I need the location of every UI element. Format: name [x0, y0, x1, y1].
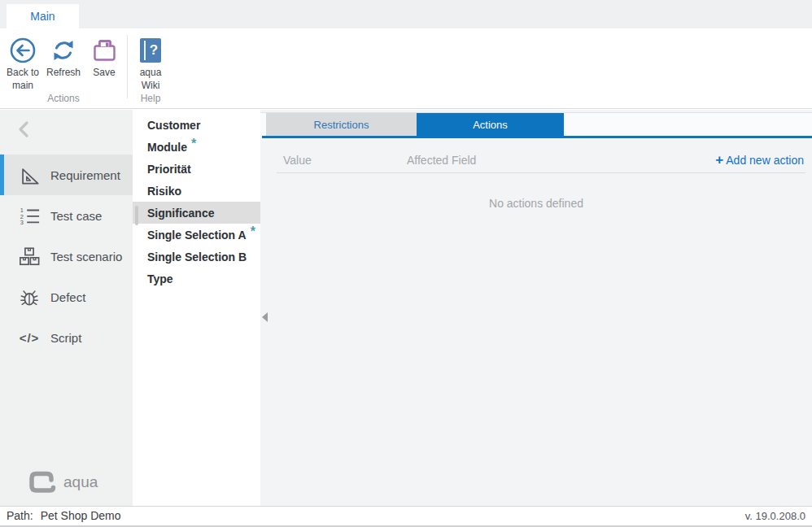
field-item-single-selection-a[interactable]: Single Selection A *: [133, 224, 260, 246]
save-icon: [91, 36, 117, 65]
sidebar-item-label: Test case: [50, 209, 102, 223]
back-icon: [9, 36, 37, 65]
defect-bug-icon: [18, 285, 41, 308]
add-new-action-label: Add new action: [726, 154, 804, 167]
sidebar-item-test-scenario[interactable]: Test scenario: [0, 236, 133, 277]
script-code-icon: </>: [18, 326, 41, 349]
column-header-value: Value: [283, 154, 312, 167]
sidebar-nav: Requirement 1 2 3 Test case: [0, 155, 133, 358]
ribbon-tabstrip: Main: [0, 0, 812, 28]
ribbon-group-label-help: Help: [130, 92, 171, 108]
field-item-prioritaet[interactable]: Priorität: [133, 158, 260, 180]
add-new-action-link[interactable]: +Add new action: [715, 152, 804, 168]
tab-restrictions[interactable]: Restrictions: [266, 113, 417, 137]
sidebar: Requirement 1 2 3 Test case: [0, 110, 133, 506]
field-label: Priorität: [147, 163, 191, 176]
aqua-logo-text: aqua: [63, 473, 98, 491]
plus-icon: +: [715, 152, 723, 168]
sidebar-collapse-button[interactable]: [15, 120, 34, 139]
actions-grid-header: Value Affected Field +Add new action: [260, 152, 812, 172]
field-label: Module: [147, 141, 187, 154]
ribbon: Back to main Refresh: [0, 28, 812, 109]
field-item-module[interactable]: Module *: [133, 136, 260, 158]
path-value: Pet Shop Demo: [41, 509, 121, 522]
save-label: Save: [93, 67, 115, 80]
tab-actions[interactable]: Actions: [417, 113, 564, 137]
version-text: v. 19.0.208.0: [745, 510, 805, 522]
path-label: Path:: [7, 509, 33, 522]
active-tab-underline: [262, 136, 812, 138]
empty-state-text: No actions defined: [260, 197, 812, 210]
field-item-single-selection-b[interactable]: Single Selection B: [133, 246, 260, 268]
required-marker-icon: *: [251, 224, 255, 239]
question-mark-glyph: ?: [146, 38, 161, 63]
field-label: Single Selection B: [147, 250, 247, 264]
field-label: Type: [147, 272, 173, 285]
sidebar-item-test-case[interactable]: 1 2 3 Test case: [0, 195, 133, 236]
back-to-main-button[interactable]: Back to main: [2, 34, 43, 92]
test-scenario-icon: [18, 245, 41, 268]
field-label: Single Selection A: [147, 229, 247, 242]
field-item-significance[interactable]: Significance: [133, 202, 260, 224]
ribbon-separator: [127, 35, 128, 98]
wiki-book-icon: ?: [140, 36, 161, 65]
sidebar-item-label: Script: [50, 331, 81, 345]
body: Requirement 1 2 3 Test case: [0, 110, 812, 506]
sidebar-item-defect[interactable]: Defect: [0, 277, 133, 317]
svg-text:3: 3: [20, 219, 24, 226]
book-spine: [144, 41, 146, 60]
sidebar-item-requirement[interactable]: Requirement: [0, 155, 133, 195]
sidebar-item-label: Defect: [50, 290, 85, 304]
aqua-wiki-button[interactable]: ? aqua Wiki: [130, 34, 171, 92]
field-label: Customer: [147, 119, 200, 132]
sidebar-item-label: Test scenario: [50, 250, 122, 264]
back-to-main-label: Back to main: [2, 67, 43, 92]
field-item-customer[interactable]: Customer: [133, 114, 260, 136]
scrollbar-thumb[interactable]: [135, 206, 138, 225]
field-label: Risiko: [147, 185, 181, 198]
sidebar-item-label: Requirement: [50, 168, 120, 182]
main-panel: Restrictions Actions Value Affected Fiel…: [260, 110, 812, 506]
aqua-logo: aqua: [28, 470, 98, 494]
ribbon-tab-main[interactable]: Main: [7, 4, 79, 28]
requirement-icon: [18, 163, 41, 186]
status-path: Path:Pet Shop Demo: [7, 509, 121, 522]
ribbon-group-label-actions: Actions: [2, 92, 124, 108]
chevron-left-icon: [15, 120, 34, 139]
app-window: Main Back to main: [0, 0, 812, 527]
save-button[interactable]: Save: [84, 34, 124, 92]
field-item-type[interactable]: Type: [133, 268, 260, 290]
field-list: Customer Module * Priorität Risiko Signi…: [133, 110, 260, 506]
refresh-label: Refresh: [46, 67, 81, 80]
status-bar: Path:Pet Shop Demo v. 19.0.208.0: [0, 506, 812, 527]
main-tabbar: Restrictions Actions: [260, 112, 812, 136]
aqua-wiki-label: aqua Wiki: [130, 67, 171, 92]
field-item-risiko[interactable]: Risiko: [133, 180, 260, 202]
sidebar-item-script[interactable]: </> Script: [0, 317, 133, 358]
field-label: Significance: [147, 207, 214, 220]
column-header-affected-field: Affected Field: [407, 154, 476, 167]
ribbon-group-help: ? aqua Wiki Help: [130, 28, 171, 108]
refresh-icon: [50, 36, 76, 65]
required-marker-icon: *: [191, 137, 196, 151]
refresh-button[interactable]: Refresh: [43, 34, 84, 92]
panel-collapse-handle-icon[interactable]: [262, 312, 268, 322]
test-case-icon: 1 2 3: [18, 204, 41, 227]
ribbon-group-actions: Back to main Refresh: [0, 28, 124, 108]
aqua-logo-mark: [28, 470, 57, 494]
header-separator: [277, 172, 805, 173]
